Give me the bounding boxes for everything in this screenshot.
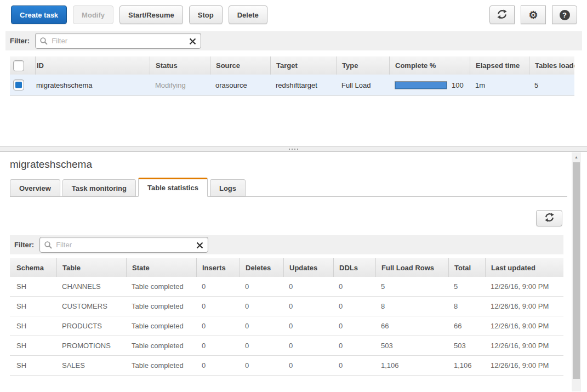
toolbar-icon-group: ⚙ ?	[489, 5, 577, 24]
tasks-table: ID Status Source Target Type Complete % …	[10, 56, 574, 96]
column-header-elapsed-time[interactable]: Elapsed time	[470, 56, 529, 75]
task-complete: 100	[389, 81, 470, 89]
column-header-updates[interactable]: Updates	[283, 258, 333, 277]
stat-deletes: 0	[240, 342, 283, 350]
stat-ddls: 0	[333, 282, 375, 291]
tasks-table-header: ID Status Source Target Type Complete % …	[10, 56, 574, 75]
task-toolbar: Create task Modify Start/Resume Stop Del…	[11, 5, 577, 24]
stat-inserts: 0	[196, 361, 240, 370]
stats-row: SH PRODUCTS Table completed 0 0 0 0 66 6…	[10, 316, 563, 336]
stats-refresh-button[interactable]	[536, 210, 562, 226]
stat-total: 1,106	[448, 361, 485, 370]
stat-state: Table completed	[126, 282, 196, 291]
scrollbar-up-arrow[interactable]: ▲	[572, 152, 581, 161]
stat-total: 66	[448, 322, 485, 330]
column-header-table[interactable]: Table	[56, 258, 126, 277]
column-header-last-updated[interactable]: Last updated	[485, 258, 563, 277]
column-header-type[interactable]: Type	[336, 56, 389, 75]
stat-deletes: 0	[240, 302, 283, 310]
delete-button[interactable]: Delete	[229, 5, 267, 24]
help-button[interactable]: ?	[552, 5, 577, 24]
column-header-target[interactable]: Target	[270, 56, 336, 75]
stats-filter-input[interactable]	[39, 237, 208, 253]
column-header-ddls[interactable]: DDLs	[333, 258, 375, 277]
stat-full-load-rows: 1,106	[375, 361, 448, 370]
select-all-checkbox[interactable]	[13, 60, 24, 71]
pane-splitter[interactable]	[0, 146, 587, 152]
scrollbar-thumb[interactable]	[573, 162, 580, 379]
stat-table: PROMOTIONS	[56, 342, 126, 350]
column-header-full-load-rows[interactable]: Full Load Rows	[375, 258, 448, 277]
column-header-complete[interactable]: Complete %	[389, 56, 470, 75]
stats-table-header: Schema Table State Inserts Deletes Updat…	[10, 258, 563, 277]
stats-filter-label: Filter:	[14, 241, 34, 249]
column-header-total[interactable]: Total	[448, 258, 485, 277]
start-resume-button[interactable]: Start/Resume	[119, 5, 183, 24]
task-source: orasource	[210, 81, 270, 89]
splitter-grip-icon	[289, 149, 290, 150]
stat-ddls: 0	[333, 302, 375, 310]
task-target: redshifttarget	[270, 81, 336, 89]
stat-state: Table completed	[126, 342, 196, 350]
column-header-tables-loaded[interactable]: Tables loaded	[529, 56, 574, 75]
refresh-button[interactable]	[489, 5, 515, 24]
stat-schema: SH	[10, 282, 56, 291]
row-checkbox[interactable]	[13, 79, 24, 90]
column-header-deletes[interactable]: Deletes	[240, 258, 283, 277]
help-icon: ?	[560, 10, 570, 20]
stat-updates: 0	[283, 302, 333, 310]
settings-button[interactable]: ⚙	[521, 5, 546, 24]
tab-logs[interactable]: Logs	[210, 179, 246, 197]
stop-button[interactable]: Stop	[189, 5, 223, 24]
modify-button[interactable]: Modify	[73, 5, 113, 24]
tab-task-monitoring[interactable]: Task monitoring	[62, 179, 136, 197]
column-header-id[interactable]: ID	[35, 56, 150, 75]
detail-title: migrateshschema	[10, 158, 92, 171]
tab-overview[interactable]: Overview	[10, 179, 60, 197]
progress-bar	[395, 81, 447, 89]
clear-filter-icon[interactable]	[196, 242, 203, 251]
stat-deletes: 0	[240, 361, 283, 370]
stat-updates: 0	[283, 322, 333, 330]
clear-filter-icon[interactable]	[189, 38, 196, 47]
stat-schema: SH	[10, 322, 56, 330]
create-task-button[interactable]: Create task	[11, 5, 67, 24]
tasks-filter-input[interactable]	[35, 33, 201, 49]
task-id: migrateshschema	[35, 81, 150, 89]
task-status: Modifying	[150, 81, 210, 89]
stat-total: 8	[448, 302, 485, 310]
tasks-filter-bar: Filter:	[5, 31, 582, 50]
tab-table-statistics[interactable]: Table statistics	[138, 178, 208, 197]
stat-last-updated: 12/26/16, 9:00 PM	[485, 282, 563, 291]
stat-full-load-rows: 5	[375, 282, 448, 291]
column-header-status[interactable]: Status	[150, 56, 210, 75]
stat-schema: SH	[10, 361, 56, 370]
column-header-schema[interactable]: Schema	[10, 264, 56, 272]
task-progress-fill	[395, 82, 447, 89]
table-statistics-table: Schema Table State Inserts Deletes Updat…	[10, 258, 563, 376]
task-row[interactable]: migrateshschema Modifying orasource reds…	[10, 75, 574, 96]
stat-last-updated: 12/26/16, 9:00 PM	[485, 361, 563, 370]
stat-schema: SH	[10, 342, 56, 350]
stat-table: CHANNELS	[56, 282, 126, 291]
vertical-scrollbar[interactable]: ▲	[572, 152, 581, 391]
stat-deletes: 0	[240, 322, 283, 330]
stat-inserts: 0	[196, 282, 240, 291]
stat-updates: 0	[283, 342, 333, 350]
stat-inserts: 0	[196, 302, 240, 310]
detail-tabs: Overview Task monitoring Table statistic…	[10, 178, 567, 197]
column-header-inserts[interactable]: Inserts	[196, 258, 240, 277]
stat-total: 5	[448, 282, 485, 291]
task-type: Full Load	[336, 81, 389, 89]
stats-filter-bar: Filter:	[10, 235, 563, 254]
stat-table: PRODUCTS	[56, 322, 126, 330]
stat-state: Table completed	[126, 302, 196, 310]
stat-total: 503	[448, 342, 485, 350]
column-header-state[interactable]: State	[126, 258, 196, 277]
stat-full-load-rows: 503	[375, 342, 448, 350]
column-header-source[interactable]: Source	[210, 56, 270, 75]
refresh-icon	[497, 9, 508, 21]
stat-updates: 0	[283, 282, 333, 291]
stat-inserts: 0	[196, 342, 240, 350]
gear-icon: ⚙	[528, 10, 538, 20]
